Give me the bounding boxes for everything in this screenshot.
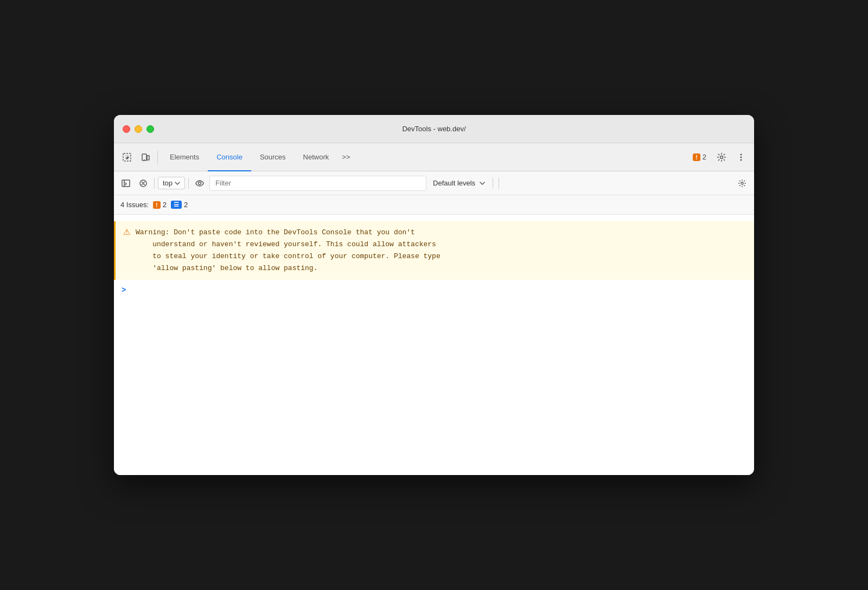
blue-issue-count: 2 <box>184 201 188 209</box>
tab-elements[interactable]: Elements <box>161 143 208 171</box>
clear-console-icon[interactable] <box>136 176 151 191</box>
svg-point-11 <box>741 182 743 184</box>
main-toolbar: Elements Console Sources Network >> ! 2 <box>114 143 754 171</box>
settings-icon[interactable] <box>713 149 730 166</box>
context-selector[interactable]: top <box>158 177 185 189</box>
prompt-arrow-icon: > <box>122 285 126 294</box>
toolbar-right: ! 2 <box>688 149 750 166</box>
tab-console[interactable]: Console <box>208 143 251 171</box>
console-toolbar-right <box>735 176 750 191</box>
tab-more-button[interactable]: >> <box>337 143 354 171</box>
svg-point-5 <box>741 153 742 155</box>
default-levels-button[interactable]: Default levels <box>429 177 489 189</box>
issue-badge[interactable]: ! 2 <box>688 151 711 163</box>
more-options-icon[interactable] <box>732 149 750 166</box>
inspector-icon[interactable] <box>118 149 136 166</box>
svg-point-10 <box>199 182 201 184</box>
minimize-button[interactable] <box>135 125 142 133</box>
issues-bar: 4 Issues: ! 2 ☰ 2 <box>114 195 754 215</box>
filter-input[interactable] <box>209 176 426 191</box>
tab-network[interactable]: Network <box>295 143 338 171</box>
blue-issue-item[interactable]: ☰ 2 <box>171 201 188 209</box>
window-title: DevTools - web.dev/ <box>402 125 465 133</box>
console-divider-4 <box>499 178 499 189</box>
close-button[interactable] <box>123 125 130 133</box>
sidebar-toggle-icon[interactable] <box>118 176 133 191</box>
svg-rect-2 <box>147 156 149 160</box>
svg-point-3 <box>144 159 145 160</box>
orange-issue-count: 2 <box>163 201 167 209</box>
console-divider-2 <box>188 178 189 189</box>
eye-icon[interactable] <box>192 176 207 191</box>
issues-label: 4 Issues: <box>120 201 149 209</box>
svg-point-6 <box>741 156 742 158</box>
console-prompt: > <box>114 282 754 297</box>
orange-issue-item[interactable]: ! 2 <box>153 201 167 209</box>
toolbar-divider-1 <box>157 151 158 164</box>
orange-issue-badge: ! <box>153 201 161 209</box>
svg-point-4 <box>720 156 723 158</box>
console-divider-1 <box>154 178 155 189</box>
warning-text: Warning: Don't paste code into the DevTo… <box>136 227 441 274</box>
console-divider-3 <box>493 178 493 189</box>
console-toolbar: top Default levels <box>114 171 754 195</box>
console-content: ⚠ Warning: Don't paste code into the Dev… <box>114 215 754 475</box>
traffic-lights <box>123 125 154 133</box>
warning-triangle-icon: ⚠ <box>123 227 130 237</box>
issue-badge-count: 2 <box>703 153 706 161</box>
blue-issue-badge: ☰ <box>171 201 182 209</box>
svg-point-7 <box>741 159 742 161</box>
tab-list: Elements Console Sources Network >> <box>161 143 354 171</box>
titlebar: DevTools - web.dev/ <box>114 115 754 143</box>
maximize-button[interactable] <box>146 125 154 133</box>
device-toggle-icon[interactable] <box>137 149 154 166</box>
devtools-window: DevTools - web.dev/ Elements <box>114 115 754 475</box>
tab-sources[interactable]: Sources <box>251 143 295 171</box>
warning-message: ⚠ Warning: Don't paste code into the Dev… <box>114 221 754 280</box>
issue-badge-icon: ! <box>693 153 700 161</box>
console-settings-icon[interactable] <box>735 176 750 191</box>
